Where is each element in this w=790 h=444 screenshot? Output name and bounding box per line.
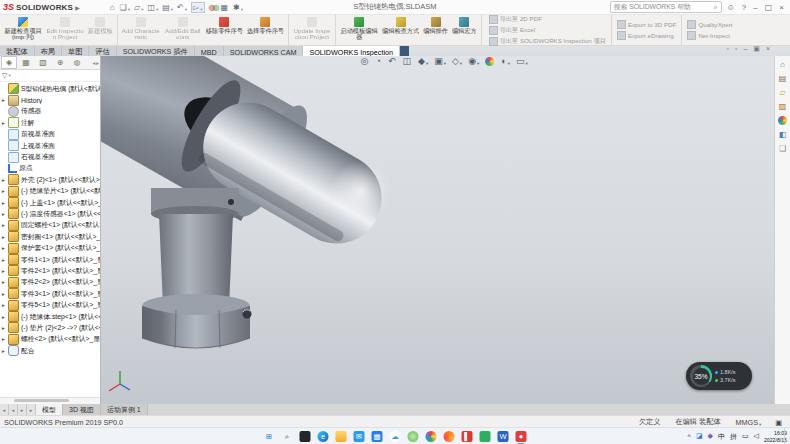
tree-item[interactable]: 前视基准面 (0, 129, 100, 140)
minimize-icon[interactable]: – (753, 3, 757, 12)
tree-item[interactable]: ▸ 零件2<2> (默认<<默认>_显示状态 (0, 277, 100, 288)
tree-item[interactable]: ▸ 配合 (0, 345, 100, 356)
resources-home-icon[interactable]: ⌂ (780, 60, 785, 69)
print-icon[interactable]: ▤▾ (162, 3, 173, 12)
previous-view-icon[interactable]: ↶ (388, 57, 397, 66)
section-view-icon[interactable]: ◫ (402, 57, 412, 66)
tree-item[interactable]: ▸ 零件5<1> (默认<<默认>_显示状态 (0, 299, 100, 310)
doc-window-icon-2[interactable]: ▫ (735, 45, 737, 53)
export-button[interactable]: 导出至 Excel (489, 26, 606, 35)
doc-close-icon[interactable]: × (766, 45, 770, 53)
status-item[interactable]: 在编辑 装配体 (675, 417, 721, 427)
hide-show-items-icon[interactable]: ◉▾ (468, 57, 479, 66)
tree-item[interactable]: 传感器 (0, 106, 100, 117)
tree-item[interactable]: ▸ (-) 温度传感器<1> (默认<<默认>_ (0, 208, 100, 219)
edit-appearance-icon[interactable] (485, 57, 495, 66)
tree-item[interactable]: ▸ History (0, 94, 100, 105)
custom-properties-icon[interactable]: ◧ (779, 130, 787, 139)
file-explorer-pane-icon[interactable]: ▱ (779, 88, 785, 97)
display-style-icon[interactable]: ◇▾ (452, 57, 462, 66)
file-properties-icon[interactable]: ▦ (220, 3, 229, 12)
ribbon-button[interactable]: 新建检查项目 (imp:判) (2, 15, 44, 45)
search-button[interactable]: ⌕ (282, 431, 293, 442)
display-icon[interactable]: ▭ (742, 432, 749, 442)
search-icon[interactable]: ⌕ (714, 3, 718, 11)
word-app-icon[interactable]: W (498, 431, 509, 442)
cloud-app-icon[interactable]: ☁ (390, 431, 401, 442)
apply-scene-icon[interactable]: ◐▾ (501, 57, 510, 66)
forum-icon[interactable]: ❏ (779, 144, 786, 153)
export-button[interactable]: 导出至 2D PDF (489, 15, 606, 24)
config-tab[interactable]: 模型 (36, 404, 63, 415)
ime-language[interactable]: 中 (718, 432, 725, 442)
tree-item[interactable]: ▸ (-) 绝缘体.step<1> (默认<<默认 (0, 311, 100, 322)
tree-item[interactable]: 上视基准面 (0, 140, 100, 151)
export-button[interactable]: Export eDrawing (617, 31, 677, 40)
shield-icon[interactable]: ◆ (708, 432, 713, 442)
start-button[interactable]: ⊞ (264, 431, 275, 442)
zoom-fit-icon[interactable]: ◎ (361, 57, 370, 66)
zoom-area-icon[interactable]: ◔ (375, 57, 381, 66)
user-account-icon[interactable]: ☺ (727, 3, 735, 12)
ribbon-button[interactable]: 选择零件序号 (245, 15, 286, 45)
green-note-app-icon[interactable] (480, 431, 491, 442)
volume-icon[interactable]: ◁ (754, 432, 759, 442)
onedrive-icon[interactable]: ◪ (696, 432, 703, 442)
save-icon[interactable]: ◫▾ (147, 3, 158, 12)
ribbon-button[interactable]: 新建模板 (86, 15, 115, 45)
ribbon-button[interactable]: 启动模板编辑器 (338, 15, 380, 45)
green-app-icon[interactable] (408, 431, 419, 442)
red-book-app-icon[interactable]: ▌ (462, 431, 473, 442)
ribbon-button[interactable]: 编辑宏方 (450, 15, 479, 45)
doc-window-icon[interactable]: ▫ (726, 45, 728, 53)
rebuild-icon[interactable]: ◍ (209, 3, 217, 12)
close-icon[interactable]: × (779, 3, 784, 12)
tree-item[interactable]: ▸ 螺栓<2> (默认<<默认>_显示状态 (0, 334, 100, 345)
export-button[interactable]: QualityXpert (687, 20, 732, 29)
annotation-view-icon[interactable]: ◆▾ (418, 57, 428, 66)
ime-mode[interactable]: 拼 (730, 432, 737, 442)
tree-item[interactable]: ▸ 零件3<1> (默认<<默认>_显示状态 (0, 288, 100, 299)
home-icon[interactable]: ⌂ (110, 3, 116, 12)
tree-item[interactable]: ▸ 固定螺栓<1> (默认<<默认>_显示 (0, 220, 100, 231)
tree-item[interactable]: ▸ (-) 上盖<1> (默认<<默认>_显示状 (0, 197, 100, 208)
ribbon-button[interactable]: 编辑操作 (421, 15, 450, 45)
propertymanager-tab[interactable]: ▦ (18, 56, 34, 69)
store-icon[interactable]: ▦ (372, 431, 383, 442)
tree-item[interactable]: ▸ 注解 (0, 117, 100, 128)
mail-icon[interactable]: ✉ (354, 431, 365, 442)
export-button[interactable]: Net-Inspect (687, 31, 732, 40)
displaymanager-tab[interactable]: ◍ (69, 56, 85, 69)
new-file-icon[interactable]: ❏▾ (120, 3, 130, 12)
tree-filter[interactable]: ▽ ▾ (0, 70, 100, 82)
dimxpertmanager-tab[interactable]: ⊕ (52, 56, 68, 69)
design-library-icon[interactable]: ▤ (779, 74, 787, 83)
doc-minimize-icon[interactable]: – (743, 45, 747, 53)
file-explorer-icon[interactable] (336, 431, 347, 442)
config-scroll-arrow-icon[interactable]: ▸ (27, 404, 36, 415)
appearances-icon[interactable] (778, 116, 787, 125)
ribbon-button[interactable]: Add Characteristic (120, 15, 162, 45)
export-button[interactable]: Export to 3D PDF (617, 20, 677, 29)
scrollbar-thumb[interactable] (14, 399, 69, 402)
panel-scroll-left-icon[interactable]: ◂ (92, 60, 95, 66)
edge-icon[interactable]: e (318, 431, 329, 442)
doc-restore-icon[interactable]: ▣ (753, 45, 760, 53)
tree-item[interactable]: ▸ 零件1<1> (默认<<默认>_显示状态 (0, 254, 100, 265)
status-item[interactable]: 欠定义 (639, 417, 662, 427)
restore-icon[interactable]: ▢ (765, 3, 773, 12)
config-scroll-arrow-icon[interactable]: ▸ (18, 404, 27, 415)
ribbon-button[interactable]: Add/Edit Balloons (162, 15, 204, 45)
featuremanager-tab[interactable]: ◈ (1, 56, 17, 69)
show-desktop-button[interactable] (784, 428, 787, 444)
panel-horizontal-scrollbar[interactable] (0, 397, 100, 404)
tree-item[interactable]: ▸ 密封圈<1> (默认<<默认>_显示状 (0, 231, 100, 242)
configurationmanager-tab[interactable]: ▧ (35, 56, 51, 69)
view-settings-icon[interactable]: ▭▾ (516, 57, 528, 66)
tree-item[interactable]: ▸ (-) 绝缘垫片<1> (默认<<默认>_显 (0, 186, 100, 197)
tree-item[interactable]: 右视基准面 (0, 151, 100, 162)
active-red-app-icon[interactable]: ● (516, 431, 527, 442)
help-icon[interactable]: ? (742, 3, 746, 12)
undo-icon[interactable]: ↶▾ (177, 3, 187, 12)
ribbon-button[interactable]: Edit Inspection Project (44, 15, 86, 45)
